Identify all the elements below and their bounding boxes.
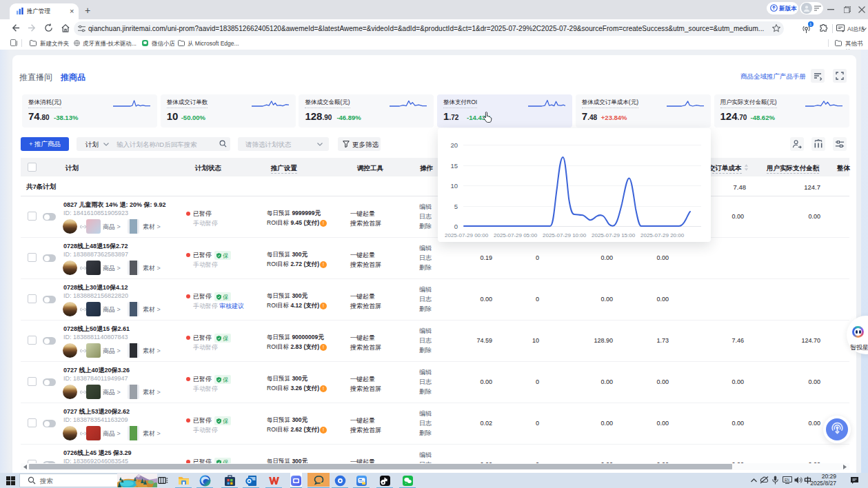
- svg-text:EN: EN: [785, 478, 789, 482]
